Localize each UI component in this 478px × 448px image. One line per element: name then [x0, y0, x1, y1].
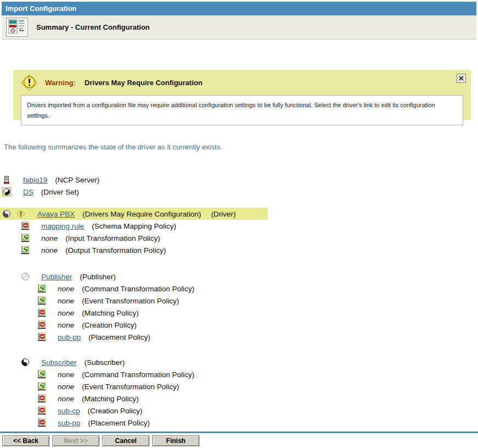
publisher-type: (Publisher)	[80, 273, 115, 281]
tree-row-policy: none (Event Transformation Policy)	[0, 295, 478, 307]
tree-row-driver-set: DS (Driver Set)	[0, 186, 478, 198]
tree-row-subscriber: Subscriber (Subscriber)	[0, 356, 478, 368]
policy-icon	[37, 394, 46, 403]
finish-button[interactable]: Finish	[152, 435, 199, 446]
tree-row-policy: none (Event Transformation Policy)	[0, 380, 478, 392]
warning-body: Drivers imported from a configuration fi…	[21, 95, 463, 125]
subscriber-type: (Subscriber)	[85, 358, 125, 367]
tree-row-driver: Avaya PBX (Drivers May Require Configura…	[0, 208, 268, 220]
tree-row-publisher: Publisher (Publisher)	[0, 270, 478, 283]
policy-type: (Matching Policy)	[82, 395, 139, 403]
tree-row-policy: none (Command Transformation Policy)	[0, 368, 478, 380]
policy-type: (Creation Policy)	[88, 407, 143, 415]
driver-type: (Driver)	[211, 210, 236, 218]
policy-type: (Event Transformation Policy)	[82, 297, 179, 305]
tree-row-policy: none (Input Transformation Policy)	[0, 232, 478, 244]
policy-value-none: none	[41, 246, 58, 255]
policy-type: (Input Transformation Policy)	[65, 234, 160, 242]
tree-row-server: fabio19 (NCP Server)	[0, 174, 478, 186]
policy-value-none: none	[58, 383, 74, 391]
pub-pp-link[interactable]: pub-pp	[58, 333, 81, 341]
policy-type: (Output Transformation Policy)	[65, 246, 166, 255]
policy-value-none: none	[58, 285, 74, 293]
policy-value-none: none	[58, 297, 74, 305]
cancel-button[interactable]: Cancel	[102, 435, 149, 446]
warning-header: Warning: Drivers May Require Configurati…	[13, 70, 471, 92]
warning-label: Warning:	[45, 79, 76, 87]
stylesheet-icon	[21, 234, 30, 242]
schema-mapping-link[interactable]: mapping rule	[41, 222, 84, 230]
next-button[interactable]: Next >>	[52, 435, 99, 446]
policy-type: (Placement Policy)	[88, 333, 151, 341]
stylesheet-icon	[37, 382, 46, 391]
policy-type: (Placement Policy)	[88, 419, 150, 427]
footer-divider	[0, 432, 478, 433]
server-icon	[2, 175, 11, 184]
stylesheet-icon	[37, 296, 46, 305]
tree-row-policy: none (Command Transformation Policy)	[0, 283, 478, 295]
warning-small-icon	[16, 209, 25, 218]
sub-pp-link[interactable]: sub-pp	[58, 419, 80, 427]
policy-type: (Command Transformation Policy)	[82, 370, 194, 379]
wizard-buttons: << Back Next >> Cancel Finish	[2, 435, 199, 446]
driver-set-icon	[2, 187, 11, 196]
driver-icon	[2, 209, 11, 218]
tree-row-policy: sub-cp (Creation Policy)	[0, 405, 478, 417]
tree-row-policy: sub-pp (Placement Policy)	[0, 417, 478, 429]
page-title: Import Configuration	[2, 2, 476, 15]
tree-row-policy: none (Creation Policy)	[0, 319, 478, 331]
publisher-icon	[21, 272, 30, 281]
warning-icon	[20, 74, 38, 91]
policy-icon	[37, 418, 46, 427]
subheader-title: Summary - Current Configuration	[36, 23, 150, 31]
stylesheet-icon	[37, 284, 46, 293]
policy-value-none: none	[41, 234, 58, 242]
policy-value-none: none	[58, 321, 74, 329]
policy-type: (Creation Policy)	[82, 321, 137, 329]
stylesheet-icon	[21, 246, 30, 255]
subscriber-link[interactable]: Subscriber	[41, 358, 77, 367]
policy-type: (Matching Policy)	[82, 309, 139, 317]
driver-summary-tree: fabio19 (NCP Server) DS (Driver Set) Ava…	[0, 174, 478, 429]
warning-title: Drivers May Require Configuration	[85, 79, 203, 87]
driver-set-link[interactable]: DS	[23, 188, 34, 196]
stylesheet-icon	[37, 370, 46, 379]
driver-set-type: (Driver Set)	[41, 188, 79, 196]
policy-value-none: none	[58, 370, 74, 379]
driver-link[interactable]: Avaya PBX	[37, 210, 75, 218]
close-icon[interactable]	[457, 74, 466, 83]
back-button[interactable]: << Back	[2, 435, 49, 446]
policy-icon	[21, 222, 30, 230]
warning-panel: Warning: Drivers May Require Configurati…	[13, 70, 471, 120]
intro-text: The following summarizes the state of th…	[4, 142, 223, 152]
policy-icon	[37, 333, 46, 341]
tree-row-policy: none (Matching Policy)	[0, 392, 478, 405]
subscriber-icon	[21, 358, 30, 367]
publisher-link[interactable]: Publisher	[41, 273, 72, 281]
policy-type: (Command Transformation Policy)	[82, 285, 194, 293]
policy-icon	[37, 320, 46, 329]
subheader-bar: Summary - Current Configuration	[2, 15, 476, 40]
tree-row-policy: pub-pp (Placement Policy)	[0, 331, 478, 343]
policy-icon	[37, 406, 46, 415]
policy-icon	[37, 308, 46, 317]
tree-row-policy: mapping rule (Schema Mapping Policy)	[0, 220, 478, 232]
server-type: (NCP Server)	[55, 176, 99, 184]
summary-document-icon	[6, 18, 28, 37]
server-link[interactable]: fabio19	[23, 176, 47, 184]
policy-type: (Event Transformation Policy)	[82, 383, 179, 391]
policy-value-none: none	[58, 309, 74, 317]
driver-status: (Drivers May Require Configuration)	[82, 210, 201, 218]
sub-cp-link[interactable]: sub-cp	[58, 407, 80, 415]
policy-type: (Schema Mapping Policy)	[92, 222, 176, 230]
policy-value-none: none	[58, 395, 74, 403]
tree-row-policy: none (Output Transformation Policy)	[0, 244, 478, 256]
tree-row-policy: none (Matching Policy)	[0, 307, 478, 319]
